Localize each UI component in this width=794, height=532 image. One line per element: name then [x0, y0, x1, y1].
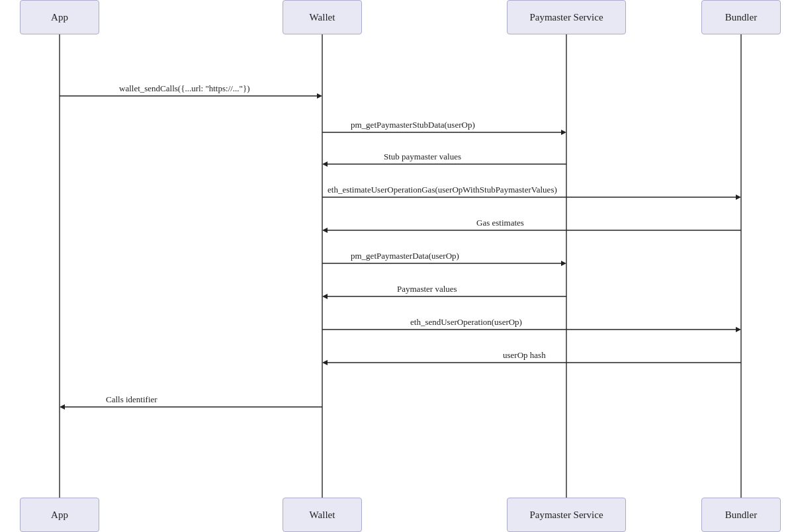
svg-marker-5: [317, 93, 322, 99]
svg-marker-11: [322, 161, 328, 167]
svg-text:eth_estimateUserOperationGas(u: eth_estimateUserOperationGas(userOpWithS…: [328, 185, 557, 195]
svg-text:Calls identifier: Calls identifier: [106, 394, 157, 404]
svg-text:Stub paymaster values: Stub paymaster values: [384, 152, 461, 161]
svg-text:Gas estimates: Gas estimates: [476, 218, 524, 228]
svg-text:pm_getPaymasterData(userOp): pm_getPaymasterData(userOp): [351, 251, 459, 261]
actor-wallet-top-label: Wallet: [310, 12, 335, 23]
svg-text:userOp hash: userOp hash: [503, 350, 546, 360]
actor-paymaster-top-label: Paymaster Service: [529, 12, 603, 23]
actor-wallet-bottom: Wallet: [283, 498, 362, 532]
svg-marker-8: [561, 130, 566, 135]
svg-marker-20: [561, 261, 566, 266]
svg-marker-14: [736, 195, 741, 200]
actor-paymaster-bottom-label: Paymaster Service: [529, 510, 603, 521]
svg-text:wallet_sendCalls({...url: "htt: wallet_sendCalls({...url: "https://..."}…: [119, 83, 250, 93]
actor-app-bottom-label: App: [51, 510, 68, 521]
svg-text:eth_sendUserOperation(userOp): eth_sendUserOperation(userOp): [410, 317, 522, 327]
actor-paymaster-bottom: Paymaster Service: [507, 498, 626, 532]
actor-paymaster-top: Paymaster Service: [507, 0, 626, 34]
actor-app-top-label: App: [51, 12, 68, 23]
actor-wallet-top: Wallet: [283, 0, 362, 34]
actor-wallet-bottom-label: Wallet: [310, 510, 335, 521]
svg-text:pm_getPaymasterStubData(userOp: pm_getPaymasterStubData(userOp): [351, 120, 475, 130]
svg-marker-17: [322, 228, 328, 233]
actor-bundler-top-label: Bundler: [725, 12, 757, 23]
actor-app-bottom: App: [20, 498, 99, 532]
actor-app-top: App: [20, 0, 99, 34]
diagram-svg: wallet_sendCalls({...url: "https://..."}…: [0, 0, 794, 532]
actor-bundler-bottom: Bundler: [701, 498, 781, 532]
actor-bundler-top: Bundler: [701, 0, 781, 34]
svg-marker-23: [322, 294, 328, 299]
svg-text:Paymaster values: Paymaster values: [397, 284, 457, 294]
actor-bundler-bottom-label: Bundler: [725, 510, 757, 521]
svg-marker-29: [322, 360, 328, 365]
sequence-diagram: wallet_sendCalls({...url: "https://..."}…: [0, 0, 794, 532]
svg-marker-32: [60, 404, 65, 410]
svg-marker-26: [736, 327, 741, 332]
